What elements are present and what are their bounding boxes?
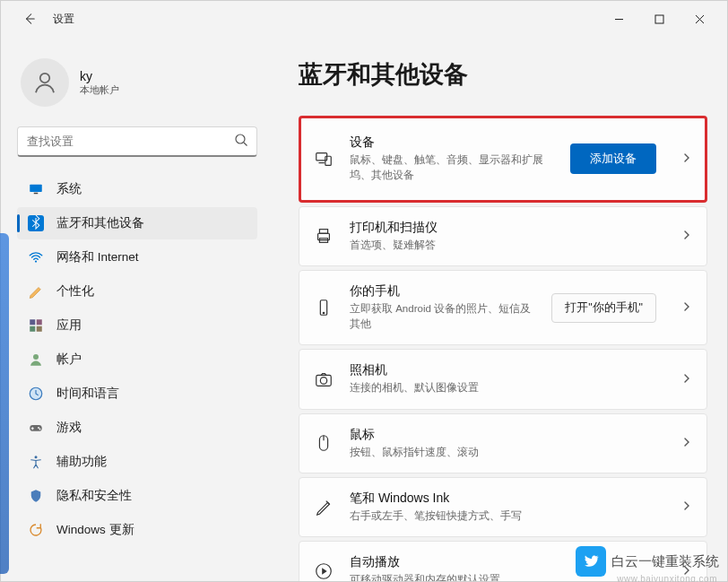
- close-button[interactable]: [680, 4, 720, 33]
- sidebar-item-label: 游戏: [56, 420, 82, 436]
- setting-card-printer[interactable]: 打印机和扫描仪首选项、疑难解答: [299, 206, 707, 266]
- phone-icon: [312, 298, 335, 317]
- setting-card-camera[interactable]: 照相机连接的相机、默认图像设置: [299, 349, 707, 409]
- sidebar-item-wifi[interactable]: 网络和 Internet: [17, 241, 257, 274]
- sidebar-item-label: 个性化: [56, 283, 94, 300]
- card-title: 你的手机: [350, 283, 537, 300]
- setting-card-pen[interactable]: 笔和 Windows Ink右手或左手、笔按钮快捷方式、手写: [299, 477, 707, 537]
- svg-rect-3: [30, 185, 42, 192]
- settings-cards: 设备鼠标、键盘、触笔、音频、显示器和扩展坞、其他设备添加设备打印机和扫描仪首选项…: [299, 116, 707, 581]
- devices-icon: [312, 149, 335, 169]
- devices-action-button[interactable]: 添加设备: [570, 143, 656, 174]
- app-title: 设置: [53, 12, 74, 27]
- autoplay-icon: [312, 561, 335, 581]
- update-icon: [28, 522, 44, 538]
- time-icon: [28, 386, 44, 402]
- gaming-icon: [28, 420, 44, 436]
- card-title: 笔和 Windows Ink: [350, 491, 656, 507]
- titlebar: 设置: [1, 1, 727, 37]
- phone-action-button[interactable]: 打开"你的手机": [551, 293, 656, 323]
- setting-card-mouse[interactable]: 鼠标按钮、鼠标指针速度、滚动: [299, 413, 707, 473]
- svg-point-16: [35, 456, 38, 458]
- svg-point-11: [33, 354, 39, 360]
- search-box: [17, 126, 257, 157]
- search-icon: [234, 133, 248, 151]
- card-sub: 立即获取 Android 设备的照片、短信及其他: [350, 301, 537, 333]
- svg-point-15: [39, 429, 41, 430]
- svg-rect-7: [30, 319, 35, 325]
- svg-point-1: [40, 74, 50, 83]
- card-title: 设备: [350, 135, 556, 151]
- svg-rect-8: [37, 319, 42, 325]
- accessibility-icon: [28, 454, 44, 470]
- content-area: ky 本地帐户 系统蓝牙和其他设备网络和 Internet个性化应用帐户时间和语…: [1, 37, 727, 581]
- maximize-button[interactable]: [639, 4, 680, 33]
- watermark-url: www.baiyunxitong.com: [617, 574, 717, 582]
- page-title: 蓝牙和其他设备: [299, 58, 707, 91]
- accounts-icon: [28, 352, 44, 368]
- system-icon: [28, 181, 44, 197]
- account-text: ky 本地帐户: [80, 69, 119, 97]
- sidebar-item-bluetooth[interactable]: 蓝牙和其他设备: [17, 207, 257, 239]
- svg-rect-10: [37, 326, 42, 332]
- pen-icon: [312, 497, 335, 517]
- search-input[interactable]: [17, 126, 257, 157]
- account-sub: 本地帐户: [80, 83, 119, 97]
- sidebar-item-gaming[interactable]: 游戏: [17, 412, 257, 444]
- sidebar-item-personalize[interactable]: 个性化: [17, 275, 257, 308]
- card-sub: 连接的相机、默认图像设置: [350, 380, 656, 395]
- card-title: 打印机和扫描仪: [350, 220, 656, 236]
- sidebar-item-label: 蓝牙和其他设备: [56, 215, 144, 231]
- svg-point-23: [323, 312, 324, 313]
- svg-rect-20: [319, 230, 327, 234]
- sidebar-item-label: 系统: [56, 181, 82, 197]
- card-title: 鼠标: [350, 427, 656, 443]
- wifi-icon: [28, 249, 44, 265]
- mouse-icon: [312, 433, 335, 453]
- sidebar-item-apps[interactable]: 应用: [17, 309, 257, 342]
- chevron-right-icon: [681, 371, 692, 387]
- sidebar-item-update[interactable]: Windows 更新: [17, 514, 257, 546]
- avatar: [21, 58, 69, 107]
- arrow-left-icon: [23, 13, 36, 25]
- chevron-right-icon: [681, 499, 692, 515]
- chevron-right-icon: [681, 228, 692, 244]
- sidebar-item-system[interactable]: 系统: [17, 173, 257, 205]
- main-panel: 蓝牙和其他设备 设备鼠标、键盘、触笔、音频、显示器和扩展坞、其他设备添加设备打印…: [270, 37, 727, 581]
- settings-window: 设置 ky 本地帐户 系统蓝牙和: [0, 0, 728, 582]
- sidebar-item-label: 帐户: [56, 352, 82, 368]
- sidebar-item-accounts[interactable]: 帐户: [17, 343, 257, 376]
- chevron-right-icon: [681, 151, 692, 167]
- card-body: 打印机和扫描仪首选项、疑难解答: [350, 220, 656, 253]
- svg-point-6: [35, 260, 37, 262]
- account-block[interactable]: ky 本地帐户: [21, 58, 254, 107]
- sidebar-item-label: 隐私和安全性: [56, 488, 132, 504]
- sidebar-item-accessibility[interactable]: 辅助功能: [17, 446, 257, 478]
- setting-card-phone[interactable]: 你的手机立即获取 Android 设备的照片、短信及其他打开"你的手机": [299, 270, 707, 346]
- minimize-button[interactable]: [599, 4, 639, 33]
- camera-icon: [312, 369, 335, 389]
- apps-icon: [28, 317, 44, 334]
- person-icon: [31, 69, 58, 96]
- svg-rect-4: [34, 193, 39, 195]
- window-controls: [599, 4, 720, 33]
- sidebar: ky 本地帐户 系统蓝牙和其他设备网络和 Internet个性化应用帐户时间和语…: [1, 37, 270, 581]
- back-button[interactable]: [17, 6, 42, 31]
- svg-point-2: [236, 135, 245, 143]
- sidebar-item-privacy[interactable]: 隐私和安全性: [17, 480, 257, 512]
- card-body: 自动播放可移动驱动器和内存的默认设置: [350, 554, 656, 581]
- card-body: 鼠标按钮、鼠标指针速度、滚动: [350, 427, 656, 460]
- wallpaper-edge: [0, 233, 9, 574]
- setting-card-devices[interactable]: 设备鼠标、键盘、触笔、音频、显示器和扩展坞、其他设备添加设备: [299, 116, 707, 203]
- svg-rect-0: [655, 15, 663, 23]
- sidebar-item-label: 辅助功能: [56, 454, 107, 470]
- maximize-icon: [654, 14, 664, 24]
- card-sub: 首选项、疑难解答: [350, 238, 656, 253]
- svg-point-14: [38, 427, 39, 429]
- sidebar-item-time[interactable]: 时间和语言: [17, 378, 257, 410]
- svg-rect-9: [30, 326, 35, 332]
- svg-point-25: [320, 378, 326, 384]
- bluetooth-icon: [28, 215, 44, 231]
- card-sub: 右手或左手、笔按钮快捷方式、手写: [350, 508, 656, 524]
- card-sub: 可移动驱动器和内存的默认设置: [350, 572, 656, 581]
